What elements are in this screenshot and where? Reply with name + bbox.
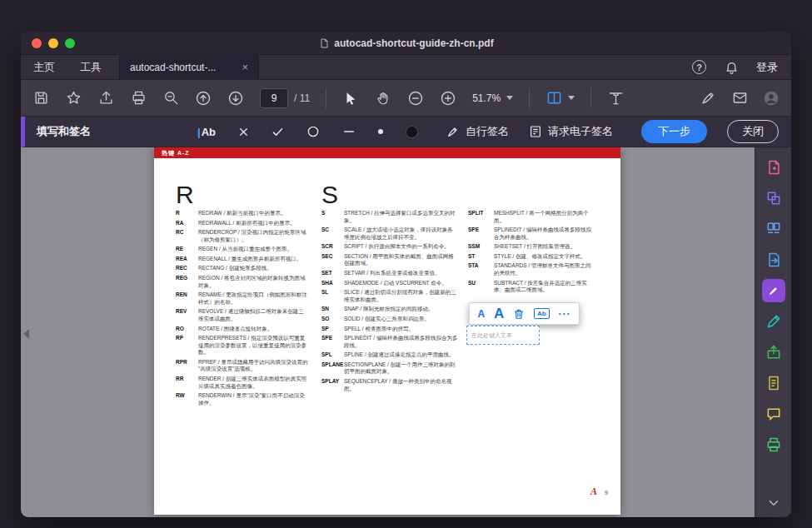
shortcut-description: SPLINEDIT / 编辑样条曲线或将多段线拟合为多段线。 — [344, 335, 458, 349]
compress-pdf-icon[interactable] — [762, 371, 785, 395]
fill-sign-buttons: 下一步 关闭 — [641, 120, 779, 143]
shortcut-code: SN — [321, 306, 344, 313]
select-cursor-icon[interactable] — [342, 90, 359, 107]
panel-toggle-handle[interactable] — [21, 321, 31, 347]
export-pdf-icon[interactable] — [762, 248, 785, 271]
next-page-icon[interactable] — [227, 90, 244, 107]
cloud-upload-icon[interactable] — [97, 90, 114, 107]
shortcut-entry: RENRENAME / 更改指定给项目（例如图层和标注样式）的名称。 — [176, 291, 309, 306]
line-tool[interactable] — [342, 125, 356, 138]
star-bookmark-icon[interactable] — [65, 90, 82, 107]
shortcut-code: SP — [321, 326, 344, 333]
fill-sign-tool-icon[interactable] — [762, 279, 785, 302]
email-envelope-icon[interactable] — [731, 90, 748, 107]
shortcut-code: SL — [321, 289, 344, 303]
save-icon[interactable] — [32, 90, 49, 107]
decrease-text-size-button[interactable]: A — [477, 308, 485, 320]
share-for-signature-icon[interactable] — [762, 341, 785, 364]
page-view-icon — [545, 90, 562, 107]
tab-close-icon[interactable]: × — [242, 61, 248, 73]
tab-home[interactable]: 主页 — [21, 55, 67, 80]
increase-text-size-button[interactable]: A — [494, 306, 504, 322]
search-zoom-icon[interactable] — [162, 90, 179, 107]
x-mark-tool[interactable] — [238, 127, 249, 137]
shortcut-code: RA — [176, 220, 198, 227]
tab-document[interactable]: autocad-shortcut-... × — [119, 55, 259, 80]
zoom-window-button[interactable] — [65, 38, 75, 48]
next-step-button[interactable]: 下一步 — [641, 120, 707, 143]
shortcut-code: SCR — [321, 243, 344, 251]
shortcut-description: REVOLVE / 通过绕轴扫掠二维对象来创建三维实体或曲面。 — [198, 308, 309, 322]
shortcut-entry: SPESPLINEDIT / 编辑样条曲线或将多段线拟合为多段线。 — [321, 335, 458, 349]
shortcut-code: SPE — [321, 335, 344, 349]
shortcut-code: STA — [468, 262, 494, 276]
tools-sidebar — [755, 147, 791, 517]
sign-in-link[interactable]: 登录 — [756, 60, 778, 75]
circle-tool[interactable] — [306, 125, 320, 138]
shortcut-code: R — [176, 210, 198, 217]
tab-bar: 主页 工具 autocad-shortcut-... × ? 登录 — [21, 55, 791, 80]
tab-bar-right: ? 登录 — [692, 59, 778, 76]
zoom-out-icon[interactable] — [407, 90, 424, 107]
section-letter: S — [321, 182, 458, 210]
zoom-level-dropdown[interactable]: 51.7% — [472, 92, 513, 104]
shortcut-code: SO — [321, 316, 344, 323]
zoom-in-icon[interactable] — [440, 90, 456, 107]
add-note-icon[interactable] — [762, 156, 785, 179]
delete-trash-icon[interactable] — [513, 308, 525, 320]
pdf-document-icon — [318, 37, 329, 48]
account-avatar-icon[interactable] — [763, 90, 780, 107]
tab-document-label: autocad-shortcut-... — [130, 62, 216, 73]
notifications-bell-icon[interactable] — [723, 59, 740, 76]
page-display-dropdown[interactable] — [545, 90, 575, 107]
document-viewer[interactable]: 热键 A-Z R RREDRAW / 刷新当前视口中的显示。RAREDRAWAL… — [21, 147, 755, 517]
traffic-lights — [32, 38, 75, 48]
request-signature-icon — [529, 125, 542, 138]
organize-pages-icon[interactable] — [762, 217, 785, 241]
minimize-window-button[interactable] — [48, 38, 58, 48]
more-options-button[interactable]: ··· — [559, 308, 571, 320]
shortcut-entry: STASTANDARDS / 管理标准文件与图形之间的关联性。 — [468, 262, 595, 276]
add-text-tool[interactable]: |Ab — [197, 126, 216, 138]
shortcut-description: REGION / 将包含封闭区域的对象转换为面域对象。 — [198, 275, 309, 289]
shortcut-description: SECTIONPLANE / 创建一个用作三维对象的剖切平面的截面对象。 — [344, 361, 458, 376]
print-icon[interactable] — [130, 90, 147, 107]
shortcut-entry: REAREGENALL / 重生成图形并刷新所有视口。 — [176, 256, 309, 263]
checkmark-tool[interactable] — [271, 126, 284, 138]
inline-text-input[interactable] — [466, 326, 540, 345]
dot-tool[interactable] — [378, 129, 383, 134]
window-title: autocad-shortcut-guide-zh-cn.pdf — [334, 37, 493, 49]
sidebar-scroll-down-icon[interactable] — [766, 496, 781, 511]
shortcut-entry: STSTYLE / 创建、修改或指定文字样式。 — [468, 253, 595, 261]
shortcut-code: ST — [468, 253, 494, 261]
shortcut-description: SPELL / 检查图形中的拼写。 — [344, 326, 458, 333]
hand-pan-icon[interactable] — [375, 90, 391, 107]
shortcut-description: RENDERWIN / 显示“渲染”窗口而不启动渲染操作。 — [198, 392, 309, 406]
shortcut-code: REN — [176, 291, 198, 306]
fountain-pen-icon — [446, 125, 460, 138]
previous-page-icon[interactable] — [195, 90, 212, 107]
close-window-button[interactable] — [32, 38, 42, 48]
pen-signature-icon[interactable] — [700, 90, 716, 107]
shortcut-description: RENDERPRESETS / 指定渲染预设以可重复使用的渲染参数设置，以便重复… — [198, 335, 309, 356]
measure-tsquare-icon[interactable] — [607, 90, 624, 107]
page-number-input[interactable] — [260, 88, 288, 108]
combine-files-icon[interactable] — [762, 187, 785, 210]
print-production-icon[interactable] — [762, 433, 785, 456]
request-esign-button[interactable]: 请求电子签名 — [529, 124, 613, 139]
edit-pdf-icon[interactable] — [762, 310, 785, 333]
request-esign-label: 请求电子签名 — [548, 124, 613, 139]
text-style-ab-button[interactable]: Ab — [534, 308, 550, 319]
filled-circle-tool[interactable] — [406, 126, 418, 138]
sign-yourself-button[interactable]: 自行签名 — [446, 124, 509, 139]
ab-label: Ab — [202, 126, 216, 138]
shortcut-entry: SLSLICE / 通过剖切或分割现有对象，创建新的三维实体和曲面。 — [321, 289, 458, 303]
toolbar-right-group — [700, 90, 780, 107]
shortcut-entry: RWRENDERWIN / 显示“渲染”窗口而不启动渲染操作。 — [176, 392, 309, 406]
tab-tools[interactable]: 工具 — [67, 55, 114, 80]
comment-bubble-icon[interactable] — [762, 402, 785, 426]
help-icon[interactable]: ? — [692, 60, 706, 74]
shortcut-description: RPREF / 显示或隐藏用于访问高级渲染设置的“高级渲染设置”选项板。 — [198, 359, 309, 373]
close-fill-sign-button[interactable]: 关闭 — [727, 120, 779, 143]
fill-sign-tools: |Ab — [197, 125, 418, 138]
